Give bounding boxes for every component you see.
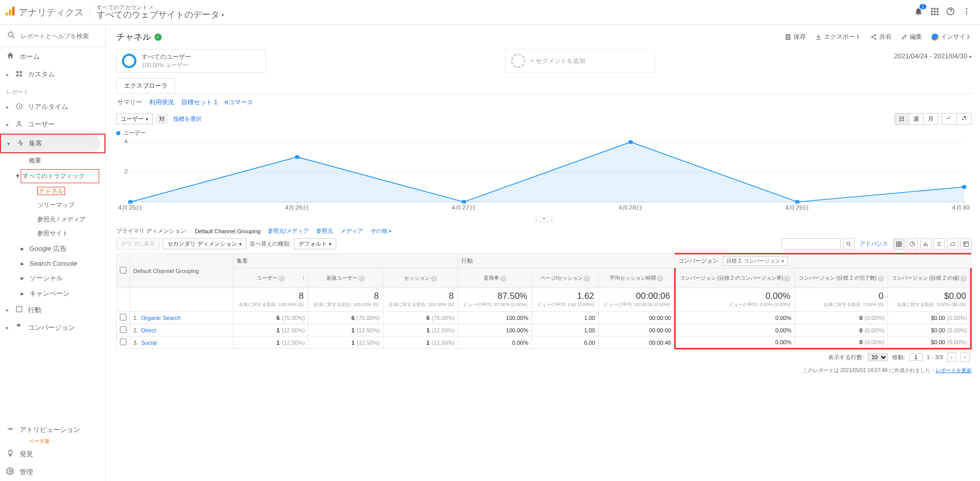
explorer-tab[interactable]: エクスプローラ (116, 78, 175, 93)
dim-source-medium[interactable]: 参照元/メディア (268, 227, 309, 235)
nav-social[interactable]: ▸ソーシャル (0, 270, 105, 286)
subtab-usage[interactable]: 利用状況 (149, 98, 174, 107)
view-pivot-icon[interactable] (960, 238, 972, 250)
refresh-report-link[interactable]: レポートを更新 (936, 367, 972, 373)
bulb-icon (6, 449, 14, 459)
col-conv-comp[interactable]: コンバージョン (目標 2 の完了数)? (795, 268, 888, 288)
col-group-acquisition: 集客 (234, 254, 458, 268)
col-new-users[interactable]: 新規ユーザー? (308, 268, 383, 288)
chart-line-icon[interactable] (942, 114, 957, 124)
period-day[interactable]: 日 (895, 114, 909, 124)
save-button[interactable]: 保存 (785, 33, 806, 41)
col-bounce[interactable]: 直帰率? (458, 268, 532, 288)
period-month[interactable]: 月 (924, 114, 938, 124)
nav-admin[interactable]: 管理 (0, 463, 105, 481)
add-segment-button[interactable]: + セグメントを追加 (505, 49, 655, 73)
goto-row-input[interactable] (909, 354, 923, 361)
share-button[interactable]: 共有 (870, 33, 892, 41)
view-table-icon[interactable] (893, 238, 905, 250)
nav-acq-all-traffic[interactable]: ▾ すべてのトラフィック (21, 169, 99, 183)
nav-campaigns[interactable]: ▸キャンペーン (0, 286, 105, 301)
nav-acq-treemap[interactable]: ツリーマップ (0, 198, 105, 213)
col-users[interactable]: ユーザー? ↓ (234, 268, 308, 288)
svg-rect-10 (934, 13, 936, 15)
nav-attribution[interactable]: アトリビューション (0, 421, 105, 439)
channel-link[interactable]: Direct (141, 327, 156, 333)
secondary-dim-selector[interactable]: セカンダリ ディメンション ▾ (163, 238, 246, 249)
svg-point-22 (18, 121, 21, 124)
nav-behavior[interactable]: ▸行動 (0, 301, 105, 319)
export-button[interactable]: エクスポート (815, 33, 861, 41)
nav-acquisition[interactable]: ▾集客 (1, 135, 100, 152)
segment-all-users[interactable]: すべてのユーザー 100.00% ユーザー (116, 49, 266, 73)
chart-motion-icon[interactable] (957, 114, 971, 124)
period-week[interactable]: 週 (909, 114, 924, 124)
channel-link[interactable]: Social (141, 340, 157, 346)
sort-type-selector[interactable]: デフォルト ▾ (294, 238, 336, 249)
row-checkbox[interactable] (120, 314, 127, 320)
svg-rect-5 (937, 8, 938, 9)
dim-other[interactable]: その他 ▾ (370, 227, 392, 235)
table-search-input[interactable] (782, 238, 841, 250)
rows-per-page-select[interactable]: 10 (868, 353, 888, 361)
col-dcg[interactable]: Default Channel Grouping (130, 254, 234, 288)
nav-acq-channel[interactable]: チャネル (37, 187, 65, 195)
apps-icon[interactable] (930, 7, 939, 17)
more-icon[interactable] (962, 7, 971, 17)
nav-conversion[interactable]: ▸コンバージョン (0, 319, 105, 336)
nav-realtime[interactable]: ▸リアルタイム (0, 98, 105, 116)
nav-acq-referrals[interactable]: 参照サイト (0, 227, 105, 241)
view-percentage-icon[interactable] (907, 238, 918, 250)
segment-ring-dashed-icon (511, 54, 525, 68)
select-metric-link[interactable]: 指標を選択 (173, 115, 201, 123)
subtab-summary[interactable]: サマリー (117, 98, 142, 107)
nav-acq-source-medium[interactable]: 参照元 / メディア (0, 213, 105, 227)
col-pps[interactable]: ページ/セッション? (532, 268, 598, 288)
metric-selector[interactable]: ユーザー ▾ (116, 114, 153, 124)
view-comparison-icon[interactable] (934, 238, 945, 250)
notifications-button[interactable]: 1 (914, 7, 923, 18)
dim-medium[interactable]: メディア (340, 227, 363, 235)
dim-source[interactable]: 参照元 (316, 227, 333, 235)
col-avg-dur[interactable]: 平均セッション時間? (599, 268, 675, 288)
col-sessions[interactable]: セッション? (383, 268, 458, 288)
goal-selector[interactable]: 目標 2: コンバージョン ▾ (723, 256, 788, 266)
col-conv-val[interactable]: コンバージョン (目標 2 の値)? (888, 268, 971, 288)
view-cloud-icon[interactable] (947, 238, 958, 250)
nav-acq-overview[interactable]: 概要 (0, 154, 105, 168)
nav-custom[interactable]: ▸カスタム (0, 66, 105, 83)
caret-right-icon: ▸ (6, 325, 10, 330)
channel-link[interactable]: Organic Search (141, 315, 180, 321)
view-selector[interactable]: すべてのウェブサイトのデータ ▾ (97, 10, 224, 20)
svg-rect-18 (20, 71, 22, 73)
nav-user[interactable]: ▸ユーザー (0, 116, 105, 133)
nav-home[interactable]: ホーム (0, 47, 105, 66)
chart-expand-handle[interactable]: ▾ (536, 216, 552, 222)
caret-right-icon: ▸ (21, 245, 24, 252)
col-conv-rate[interactable]: コンバージョン (目標 2 のコンバージョン率)? (675, 268, 795, 288)
date-range-selector[interactable]: 2021/04/24 - 2021/04/30 ▾ (894, 49, 972, 60)
search-input[interactable] (21, 33, 98, 40)
dim-default-grouping[interactable]: Default Channel Grouping (195, 228, 260, 234)
edit-button[interactable]: 編集 (901, 33, 922, 41)
prev-page-button[interactable]: ‹ (947, 352, 956, 362)
nav-discover[interactable]: 発見 (0, 445, 105, 463)
next-page-button[interactable]: › (960, 352, 970, 362)
caret-down-icon: ▾ (16, 172, 20, 181)
row-checkbox[interactable] (120, 339, 127, 345)
insight-button[interactable]: インサイト (931, 33, 972, 41)
nav-google-ads[interactable]: ▸Google 広告 (0, 241, 105, 256)
table-search-button[interactable] (843, 238, 854, 250)
nav-search-console[interactable]: ▸Search Console (0, 256, 105, 270)
select-all-checkbox[interactable] (120, 267, 127, 274)
table-row: 2. Direct 1(12.50%) 1(12.50%) 1(12.50%) … (117, 324, 971, 336)
subtab-goalset[interactable]: 目標セット 1 (181, 98, 217, 107)
help-icon[interactable] (946, 7, 955, 18)
row-checkbox[interactable] (120, 326, 127, 333)
table-row: 1. Organic Search 6(75.00%) 6(75.00%) 6(… (117, 312, 971, 324)
advance-filter-link[interactable]: アドバンス (860, 240, 888, 248)
attribution-beta-label: ベータ版 (29, 438, 105, 445)
svg-rect-7 (934, 11, 936, 12)
view-performance-icon[interactable] (920, 238, 931, 250)
subtab-ecommerce[interactable]: eコマース (225, 98, 253, 107)
